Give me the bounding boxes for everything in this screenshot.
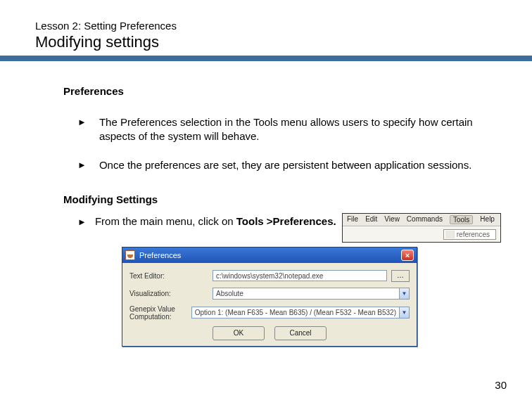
lesson-label: Lesson 2: Setting Preferences — [35, 20, 504, 32]
browse-button[interactable]: … — [391, 270, 410, 282]
label-visualization: Visualization: — [129, 290, 213, 297]
menu-edit[interactable]: Edit — [365, 215, 377, 224]
step-text: From the main menu, click on Tools >Pref… — [95, 215, 336, 227]
menubar-screenshot: File Edit View Commands Tools Help refer… — [342, 213, 501, 243]
submenu: references — [343, 226, 500, 242]
visualization-value: Absolute — [213, 288, 399, 299]
java-icon — [125, 250, 135, 260]
genepix-combo[interactable]: Option 1: (Mean F635 - Mean B635) / (Mea… — [191, 307, 410, 319]
bullet-text: Once the preferences are set, they are p… — [99, 158, 471, 172]
bullet-arrow-icon: ► — [77, 160, 87, 172]
menubar: File Edit View Commands Tools Help — [343, 214, 500, 226]
preferences-dialog: Preferences × Text Editor: c:\windows\sy… — [122, 247, 417, 347]
menu-commands[interactable]: Commands — [407, 215, 443, 224]
section-preferences-heading: Preferences — [63, 85, 504, 97]
section-modifying-heading: Modifying Settings — [63, 193, 504, 205]
text-editor-field[interactable]: c:\windows\system32\notepad.exe — [213, 270, 387, 281]
dialog-title: Preferences — [139, 251, 181, 259]
genepix-value: Option 1: (Mean F635 - Mean B635) / (Mea… — [192, 307, 399, 318]
bullet-arrow-icon: ► — [77, 117, 87, 129]
label-text-editor: Text Editor: — [129, 272, 213, 280]
page-title: Modifying settings — [35, 33, 504, 51]
dialog-titlebar: Preferences × — [122, 248, 417, 263]
bullet-item: ► Once the preferences are set, they are… — [77, 158, 490, 172]
chevron-down-icon[interactable]: ▼ — [399, 307, 409, 318]
bullet-text: The Preferences selection in the Tools m… — [99, 115, 490, 143]
ok-button[interactable]: OK — [213, 326, 265, 340]
cancel-button[interactable]: Cancel — [274, 326, 327, 340]
menu-tools[interactable]: Tools — [450, 215, 473, 224]
menu-help[interactable]: Help — [480, 215, 495, 224]
submenu-preferences[interactable]: references — [443, 229, 496, 240]
title-rule — [0, 56, 532, 61]
bullet-item: ► The Preferences selection in the Tools… — [77, 115, 490, 143]
label-genepix: Genepix Value Computation: — [129, 305, 191, 321]
bullet-arrow-icon: ► — [77, 217, 87, 227]
menu-file[interactable]: File — [347, 215, 358, 224]
visualization-combo[interactable]: Absolute ▼ — [213, 288, 410, 300]
menu-view[interactable]: View — [384, 215, 400, 224]
page-number: 30 — [495, 379, 507, 391]
close-icon[interactable]: × — [401, 250, 414, 261]
chevron-down-icon[interactable]: ▼ — [399, 288, 409, 299]
